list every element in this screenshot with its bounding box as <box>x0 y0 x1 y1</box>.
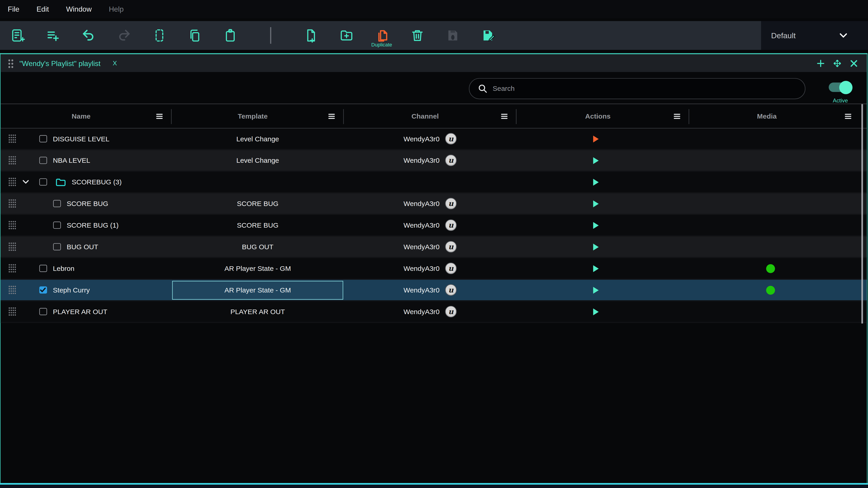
toolbar-button-new-page[interactable] <box>300 23 322 48</box>
duplicate-icon <box>374 28 389 42</box>
row-checkbox[interactable] <box>39 156 47 164</box>
table-row[interactable]: BUG OUTBUG OUTWendyA3r0u <box>0 236 866 258</box>
column-header-template: Template <box>172 104 344 128</box>
profile-dropdown-value: Default <box>771 31 796 40</box>
chevron-down-icon[interactable] <box>23 180 29 184</box>
tab-title[interactable]: "Wendy's Playlist" playlist <box>19 59 100 67</box>
active-toggle[interactable] <box>829 83 851 92</box>
playlist-panel: "Wendy's Playlist" playlist X <box>0 53 867 483</box>
move-panel-button[interactable] <box>833 60 841 67</box>
toolbar-button-delete[interactable] <box>406 23 428 48</box>
toolbar-button-save[interactable] <box>441 23 464 48</box>
column-menu-icon[interactable] <box>501 113 507 119</box>
row-channel-cell: WendyA3r0u <box>344 128 516 149</box>
row-checkbox[interactable] <box>39 135 47 142</box>
row-name-label: DISGUISE LEVEL <box>53 135 110 143</box>
play-button[interactable] <box>593 243 599 251</box>
table-row[interactable]: SCORE BUG (1)SCORE BUGWendyA3r0u <box>0 215 866 236</box>
row-template-cell <box>172 172 344 192</box>
add-panel-button[interactable] <box>817 60 824 67</box>
menubar-item-window[interactable]: Window <box>66 5 92 13</box>
play-button[interactable] <box>593 286 599 294</box>
drag-handle-icon[interactable] <box>8 221 16 230</box>
row-media-cell <box>689 150 867 171</box>
row-template-label: Level Change <box>236 156 279 164</box>
media-status-dot <box>766 264 775 273</box>
drag-handle-icon[interactable] <box>8 156 16 165</box>
toolbar-button-redo[interactable] <box>113 23 135 48</box>
search-input[interactable] <box>492 84 805 93</box>
row-name-label: Lebron <box>53 264 74 272</box>
toolbar-button-new-folder[interactable] <box>335 23 358 48</box>
row-checkbox[interactable] <box>39 178 47 186</box>
row-channel-label: WendyA3r0 <box>404 264 439 272</box>
table-row[interactable]: SCOREBUG (3) <box>0 172 866 193</box>
play-button[interactable] <box>593 264 599 272</box>
drag-handle-icon[interactable] <box>8 134 16 143</box>
table-row[interactable]: PLAYER AR OUTPLAYER AR OUTWendyA3r0u <box>0 302 866 323</box>
column-menu-icon[interactable] <box>844 113 851 119</box>
drag-handle-icon[interactable] <box>8 307 16 316</box>
row-checkbox[interactable] <box>39 265 47 272</box>
drag-handle-icon[interactable] <box>8 264 16 273</box>
expand-slot <box>16 280 35 300</box>
play-button[interactable] <box>593 156 599 164</box>
row-template-label: SCORE BUG <box>237 200 279 207</box>
row-media-cell <box>689 302 867 322</box>
table-row[interactable]: Steph CurryAR Player State - GMWendyA3r0… <box>0 280 866 302</box>
toolbar-button-cut[interactable] <box>148 23 170 48</box>
play-button[interactable] <box>593 135 599 143</box>
menubar-item-edit[interactable]: Edit <box>37 5 49 13</box>
expand-slot <box>16 258 35 279</box>
table-row[interactable]: DISGUISE LEVELLevel ChangeWendyA3r0u <box>0 128 866 150</box>
play-button[interactable] <box>593 221 599 229</box>
toolbar-button-undo[interactable] <box>78 23 100 48</box>
menubar-item-file[interactable]: File <box>8 5 19 13</box>
active-toggle-block: Active <box>823 83 858 104</box>
row-checkbox[interactable] <box>53 200 61 207</box>
drag-handle-icon[interactable] <box>8 199 16 208</box>
toolbar-button-add-playlist[interactable] <box>7 23 29 48</box>
drag-handle-icon[interactable] <box>8 177 16 186</box>
toolbar-button-copy[interactable] <box>184 23 206 48</box>
table-row[interactable]: LebronAR Player State - GMWendyA3r0u <box>0 258 866 280</box>
row-checkbox[interactable] <box>53 222 61 229</box>
folder-icon <box>56 178 66 186</box>
play-button[interactable] <box>593 178 599 186</box>
unreal-engine-icon: u <box>445 284 457 296</box>
toolbar-button-duplicate[interactable]: Duplicate <box>371 23 393 48</box>
paste-icon <box>223 28 238 42</box>
play-button[interactable] <box>593 200 599 207</box>
profile-dropdown[interactable]: Default <box>761 21 868 50</box>
row-name-label: SCORE BUG <box>67 200 108 207</box>
tab-close-button[interactable]: X <box>113 60 117 66</box>
row-checkbox[interactable] <box>39 286 47 294</box>
play-button[interactable] <box>593 308 599 315</box>
menubar-item-help[interactable]: Help <box>109 5 124 13</box>
toolbar-group-divider <box>270 27 271 44</box>
toolbar-button-paste[interactable] <box>219 23 241 48</box>
toolbar-button-add-row[interactable] <box>42 23 64 48</box>
column-menu-icon[interactable] <box>674 113 680 119</box>
row-actions-cell <box>517 172 689 192</box>
row-actions-cell <box>517 128 689 149</box>
row-checkbox[interactable] <box>53 243 61 251</box>
unreal-engine-icon: u <box>445 263 457 274</box>
row-channel-cell: WendyA3r0u <box>344 302 516 322</box>
table-row[interactable]: SCORE BUGSCORE BUGWendyA3r0u <box>0 193 866 215</box>
column-menu-icon[interactable] <box>156 113 163 119</box>
row-name-cell: BUG OUT <box>0 236 172 257</box>
close-panel-button[interactable] <box>850 60 857 67</box>
table-row[interactable]: NBA LEVELLevel ChangeWendyA3r0u <box>0 150 866 172</box>
expand-slot <box>16 302 35 322</box>
row-media-cell <box>689 172 867 192</box>
tab-drag-handle-icon[interactable] <box>8 58 14 68</box>
row-checkbox[interactable] <box>39 308 47 315</box>
row-actions-cell <box>517 302 689 322</box>
drag-handle-icon[interactable] <box>8 285 16 294</box>
column-menu-icon[interactable] <box>328 113 335 119</box>
toolbar-button-save-edit[interactable] <box>477 23 499 48</box>
drag-handle-icon[interactable] <box>8 242 16 252</box>
vertical-scrollbar[interactable] <box>861 104 863 324</box>
page-add-icon <box>304 28 318 42</box>
